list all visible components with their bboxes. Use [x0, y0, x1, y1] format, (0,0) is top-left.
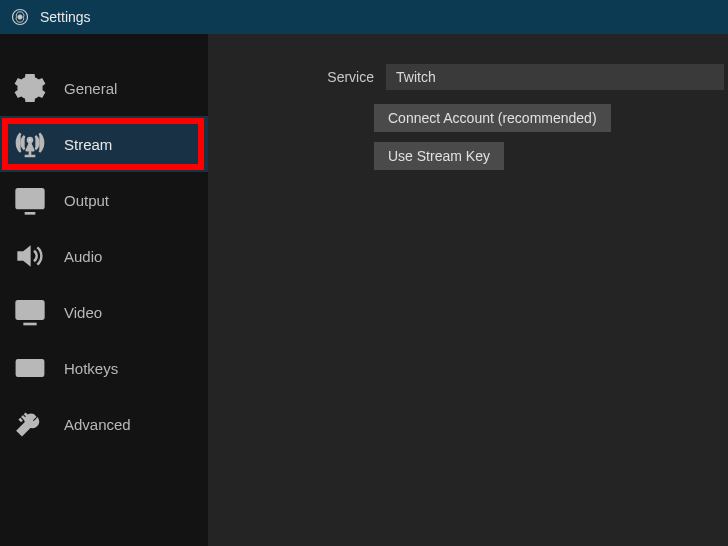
speaker-icon	[10, 239, 50, 273]
sidebar-item-general[interactable]: General	[0, 60, 208, 116]
connect-account-button[interactable]: Connect Account (recommended)	[374, 104, 611, 132]
svg-point-1	[18, 15, 23, 20]
keyboard-icon	[10, 351, 50, 385]
sidebar-item-label: Hotkeys	[64, 360, 118, 377]
obs-app-icon	[10, 7, 30, 27]
svg-rect-4	[17, 301, 44, 318]
sidebar-item-audio[interactable]: Audio	[0, 228, 208, 284]
service-label: Service	[308, 69, 386, 85]
service-dropdown[interactable]: Twitch	[386, 64, 724, 90]
gear-icon	[10, 71, 50, 105]
sidebar-item-label: Advanced	[64, 416, 131, 433]
sidebar-item-label: Stream	[64, 136, 112, 153]
sidebar-item-advanced[interactable]: Advanced	[0, 396, 208, 452]
antenna-icon	[10, 127, 50, 161]
tools-icon	[10, 407, 50, 441]
use-stream-key-button[interactable]: Use Stream Key	[374, 142, 504, 170]
sidebar-item-label: Audio	[64, 248, 102, 265]
sidebar-item-label: Output	[64, 192, 109, 209]
stream-settings-panel: Service Twitch Connect Account (recommen…	[208, 34, 728, 546]
sidebar-item-video[interactable]: Video	[0, 284, 208, 340]
sidebar-item-output[interactable]: Output	[0, 172, 208, 228]
window-title: Settings	[40, 9, 91, 25]
monitor-icon	[10, 295, 50, 329]
sidebar-item-hotkeys[interactable]: Hotkeys	[0, 340, 208, 396]
titlebar: Settings	[0, 0, 728, 34]
output-icon	[10, 183, 50, 217]
service-selected-value: Twitch	[396, 69, 436, 85]
svg-rect-3	[17, 189, 44, 208]
sidebar-item-stream[interactable]: Stream	[0, 116, 208, 172]
sidebar-item-label: General	[64, 80, 117, 97]
sidebar-item-label: Video	[64, 304, 102, 321]
settings-sidebar: General Stream Output	[0, 34, 208, 546]
